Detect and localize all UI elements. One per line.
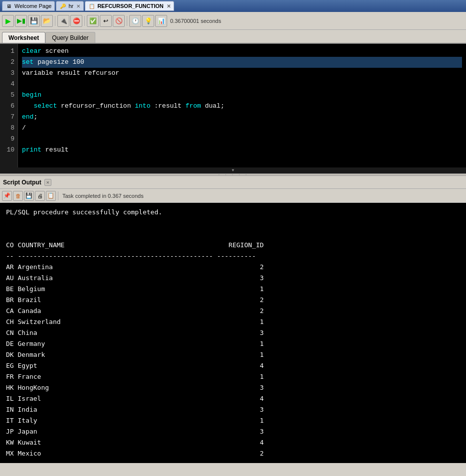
connect-button[interactable]: 🔌 <box>57 15 69 27</box>
output-save-icon: 💾 <box>25 192 32 199</box>
code-line-7: end; <box>22 112 462 123</box>
rollback-button[interactable]: ↩ <box>100 15 112 27</box>
run-script-button[interactable]: ▶▮ <box>15 15 27 27</box>
autotrace-button[interactable]: 📊 <box>155 15 167 27</box>
code-line-3: variable result refcursor <box>22 68 462 79</box>
tab-hr[interactable]: 🔑 hr ✕ <box>56 1 84 11</box>
save-button[interactable]: 💾 <box>28 15 40 27</box>
run-script-icon: ▶▮ <box>17 17 25 24</box>
tab-hr-close[interactable]: ✕ <box>76 3 80 9</box>
code-line-10: print result <box>22 145 462 156</box>
sep3 <box>127 16 127 26</box>
output-content: PL/SQL procedure successfully completed.… <box>0 203 466 463</box>
run-button[interactable]: ▶ <box>2 15 14 27</box>
output-toolbar: 📌 🗑 💾 🖨 📋 Task completed in 0.367 second… <box>0 189 466 203</box>
connect-icon: 🔌 <box>60 17 67 24</box>
explain-button[interactable]: 💡 <box>142 15 154 27</box>
commit-icon: ✅ <box>89 17 97 24</box>
output-clear-button[interactable]: 🗑 <box>13 191 23 201</box>
explain-icon: 💡 <box>145 17 152 24</box>
commit-button[interactable]: ✅ <box>87 15 99 27</box>
cancel-button[interactable]: 🚫 <box>113 15 125 27</box>
output-panel: Script Output ✕ 📌 🗑 💾 🖨 📋 Task completed… <box>0 176 466 463</box>
scroll-indicator: ▼ <box>0 167 466 173</box>
cancel-icon: 🚫 <box>115 17 123 24</box>
code-content[interactable]: clear screen set pagesize 100 variable r… <box>18 44 466 173</box>
nav-tab-bar: Worksheet Query Builder <box>0 30 466 44</box>
output-pin-button[interactable]: 📌 <box>2 191 12 201</box>
tab-refcursor[interactable]: 📋 REFCURSOR_FUNCTION ✕ <box>85 1 174 11</box>
disconnect-button[interactable]: ⛔ <box>70 15 82 27</box>
history-button[interactable]: 🕐 <box>129 15 141 27</box>
code-line-9 <box>22 134 462 145</box>
run-icon: ▶ <box>5 17 11 25</box>
sep2 <box>84 16 85 26</box>
output-sep <box>58 191 58 200</box>
output-status: Task completed in 0.367 seconds <box>62 193 144 199</box>
sep1 <box>55 16 55 26</box>
refcursor-icon: 📋 <box>88 2 95 9</box>
code-line-6: select refcursor_function into :result f… <box>22 101 462 112</box>
code-line-5: begin <box>22 90 462 101</box>
output-header: Script Output ✕ <box>0 176 466 189</box>
code-line-8: / <box>22 123 462 134</box>
output-text: PL/SQL procedure successfully completed.… <box>6 207 460 459</box>
open-icon: 📂 <box>43 17 51 24</box>
output-save-button[interactable]: 💾 <box>24 191 34 201</box>
disconnect-icon: ⛔ <box>73 17 80 24</box>
code-line-4 <box>22 79 462 90</box>
line-numbers: 1 2 3 4 5 6 7 8 9 10 <box>0 44 18 173</box>
autotrace-icon: 📊 <box>158 17 165 24</box>
code-editor[interactable]: 1 2 3 4 5 6 7 8 9 10 clear screen set pa… <box>0 44 466 173</box>
tab-query-builder[interactable]: Query Builder <box>45 32 95 43</box>
code-line-2: set pagesize 100 <box>22 57 462 68</box>
output-print-button[interactable]: 🖨 <box>35 191 45 201</box>
output-copy-icon: 📋 <box>47 192 54 199</box>
open-button[interactable]: 📂 <box>41 15 53 27</box>
output-copy-button[interactable]: 📋 <box>46 191 56 201</box>
tab-welcome[interactable]: 🖥 Welcome Page <box>2 1 55 11</box>
history-icon: 🕐 <box>132 17 139 24</box>
tab-refcursor-close[interactable]: ✕ <box>167 3 171 9</box>
output-title: Script Output <box>3 179 41 186</box>
title-bar: 🖥 Welcome Page 🔑 hr ✕ 📋 REFCURSOR_FUNCTI… <box>0 0 466 12</box>
code-line-1: clear screen <box>22 46 462 57</box>
main-toolbar: ▶ ▶▮ 💾 📂 🔌 ⛔ ✅ ↩ 🚫 🕐 💡 📊 0.36700001 seco… <box>0 12 466 30</box>
welcome-icon: 🖥 <box>5 2 12 9</box>
save-icon: 💾 <box>30 17 38 24</box>
output-close-button[interactable]: ✕ <box>44 179 51 186</box>
clear-icon: 🗑 <box>15 193 21 199</box>
execution-time: 0.36700001 seconds <box>170 18 221 24</box>
rollback-icon: ↩ <box>103 17 108 24</box>
tab-worksheet[interactable]: Worksheet <box>2 32 45 43</box>
pin-icon: 📌 <box>3 192 10 199</box>
hr-icon: 🔑 <box>59 2 66 9</box>
output-print-icon: 🖨 <box>37 193 43 199</box>
